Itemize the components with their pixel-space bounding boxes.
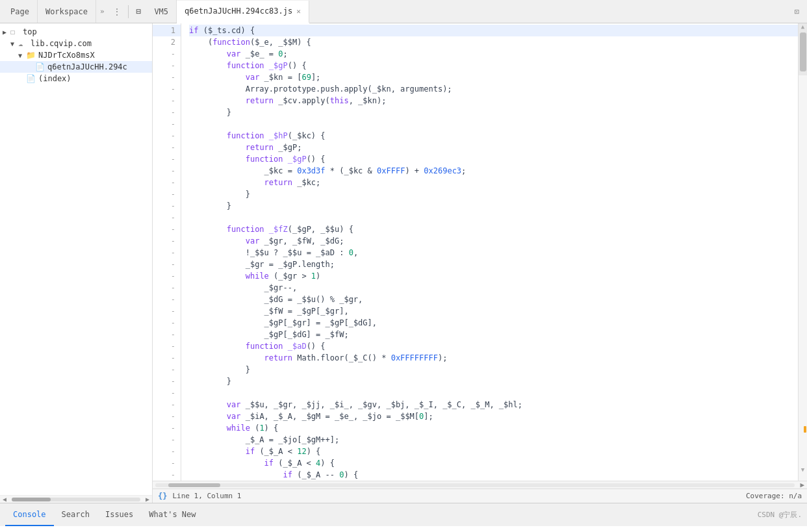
panel-tab-whatsnew[interactable]: What's New [141,503,203,526]
console-tab-label: Console [13,510,46,519]
vscroll-up-arrow[interactable]: ▲ [799,23,807,30]
code-line-29: return Math.floor(_$_C() * 0xFFFFFFFF); [189,352,798,364]
tree-label-lib: lib.cqvip.com [31,39,92,48]
horizontal-scrollbar[interactable]: ▶ [153,481,807,488]
code-line-14: return _$kc; [189,177,798,188]
code-line-19: var _$gr, _$fW, _$dG; [189,235,798,247]
code-line-35: while (1) { [189,422,798,434]
whatsnew-tab-label: What's New [149,510,196,519]
code-line-20: !_$$u ? _$$u = _$aD : 0, [189,247,798,259]
code-body[interactable]: if ($_ts.cd) { (function($_e, _$$M) { va… [181,23,798,481]
scroll-left-arrow[interactable]: ◀ [0,496,9,503]
panel-toggle-icon[interactable]: ⊟ [131,6,147,16]
tab-separator [128,5,129,18]
status-right: Coverage: n/a [746,492,802,500]
tree-label-top: top [23,27,37,36]
main-area: ▶ ☐ top ▼ ☁ lib.cqvip.com ▼ 📁 NJDrTcXo8m… [0,23,807,503]
issues-tab-label: Issues [105,510,133,519]
cloud-icon: ☁ [18,39,29,48]
panel-tab-console[interactable]: Console [5,503,54,526]
tab-page[interactable]: Page [3,0,38,23]
vscroll-down-arrow[interactable]: ▼ [799,466,807,473]
line-numbers: 1 2 - - - - - - - - - - - - - - - [153,23,181,481]
tab-page-label: Page [10,7,29,16]
code-line-28: function _$aD() { [189,340,798,352]
tree-item-index[interactable]: 📄 (index) [0,73,152,84]
tree-arrow-top: ▶ [3,29,10,36]
code-line-11: return _$gP; [189,142,798,153]
code-line-21: _$gr = _$gP.length; [189,259,798,270]
editor-content: 1 2 - - - - - - - - - - - - - - - [153,23,807,481]
code-line-1: if ($_ts.cd) { [189,25,798,36]
code-line-3: var _$e_ = 0; [189,48,798,60]
code-line-34: var _$iA, _$_A, _$gM = _$e_, _$jo = _$$M… [189,411,798,422]
panel-expand-icon[interactable]: ⊡ [789,7,804,16]
tab-close-icon[interactable]: ✕ [296,7,301,16]
code-line-12: function _$gP() { [189,153,798,165]
tree-item-top[interactable]: ▶ ☐ top [0,26,152,38]
code-line-9 [189,118,798,130]
file-index-icon: 📄 [26,74,36,83]
sidebar-scroll-track [12,498,140,501]
tree-item-lib[interactable]: ▼ ☁ lib.cqvip.com [0,38,152,49]
hscroll-thumb [168,483,220,487]
code-line-18: function _$fZ(_$gP, _$$u) { [189,223,798,235]
code-line-7: return _$cv.apply(this, _$kn); [189,95,798,107]
code-line-33: var _$$u, _$gr, _$jj, _$i_, _$gv, _$bj, … [189,399,798,411]
minimap[interactable]: ▲ ▼ [798,23,807,481]
code-line-32 [189,387,798,399]
code-line-2: (function($_e, _$$M) { [189,36,798,48]
code-line-22: while (_$gr > 1) [189,270,798,282]
tree-label-njdr: NJDrTcXo8msX [38,51,95,60]
tab-chevron-icon[interactable]: » [96,7,109,16]
status-left: {} Line 1, Column 1 [158,492,241,501]
code-line-24: _$dG = _$$u() % _$gr, [189,294,798,305]
tab-more-icon[interactable]: ⋮ [109,6,125,17]
hscroll-track [155,483,795,487]
tab-vm5-label: VM5 [154,7,168,16]
tree-label-index: (index) [38,74,71,83]
coverage-label: Coverage: n/a [746,492,802,500]
vscroll-thumb[interactable] [800,32,806,71]
sidebar-tree: ▶ ☐ top ▼ ☁ lib.cqvip.com ▼ 📁 NJDrTcXo8m… [0,23,152,495]
code-line-10: function _$hP(_$kc) { [189,130,798,142]
code-line-4: function _$gP() { [189,60,798,71]
tree-arrow-lib: ▼ [10,40,18,47]
bottom-panel: Console Search Issues What's New CSDN @宁… [0,503,807,526]
tree-item-njdr[interactable]: ▼ 📁 NJDrTcXo8msX [0,49,152,61]
tab-bar: Page Workspace » ⋮ ⊟ VM5 q6etnJaJUcHH.29… [0,0,807,23]
code-line-26: _$gP[_$gr] = _$gP[_$dG], [189,317,798,329]
scroll-right-arrow[interactable]: ▶ [143,496,152,503]
file-js-icon: 📄 [35,62,45,71]
watermark: CSDN @宁辰. [758,510,802,520]
code-line-27: _$gP[_$dG] = _$fW; [189,329,798,340]
code-line-38: if (_$_A < 4) { [189,457,798,469]
tree-arrow-njdr: ▼ [18,52,26,59]
panel-tab-search[interactable]: Search [54,503,97,526]
app-root: Page Workspace » ⋮ ⊟ VM5 q6etnJaJUcHH.29… [0,0,807,526]
code-line-37: if (_$_A < 12) { [189,446,798,457]
tab-workspace[interactable]: Workspace [38,0,96,23]
code-line-8: } [189,107,798,118]
search-tab-label: Search [62,510,90,519]
code-line-15: } [189,188,798,200]
tree-label-q6etn: q6etnJaJUcHH.294c [47,62,127,71]
tree-item-q6etn[interactable]: 📄 q6etnJaJUcHH.294c [0,61,152,73]
tab-active-label: q6etnJaJUcHH.294cc83.js [185,6,292,16]
code-line-5: var _$kn = [69]; [189,71,798,83]
editor-area: 1 2 - - - - - - - - - - - - - - - [153,23,807,503]
tab-vm5[interactable]: VM5 [146,0,177,23]
panel-tab-issues[interactable]: Issues [97,503,141,526]
tab-workspace-label: Workspace [45,7,88,16]
code-line-23: _$gr--, [189,282,798,294]
folder-top-icon: ☐ [10,27,21,36]
curly-brace-icon: {} [158,492,167,501]
sidebar-scrollbar[interactable]: ◀ ▶ [0,495,152,503]
folder-njdr-icon: 📁 [26,51,36,60]
sidebar: ▶ ☐ top ▼ ☁ lib.cqvip.com ▼ 📁 NJDrTcXo8m… [0,23,153,503]
sidebar-scroll-thumb [12,498,51,501]
code-line-39: if (_$_A -- 0) { [189,469,798,481]
cursor-position: Line 1, Column 1 [172,492,241,500]
tab-active-file[interactable]: q6etnJaJUcHH.294cc83.js ✕ [177,1,309,23]
code-line-6: Array.prototype.push.apply(_$kn, argumen… [189,83,798,95]
